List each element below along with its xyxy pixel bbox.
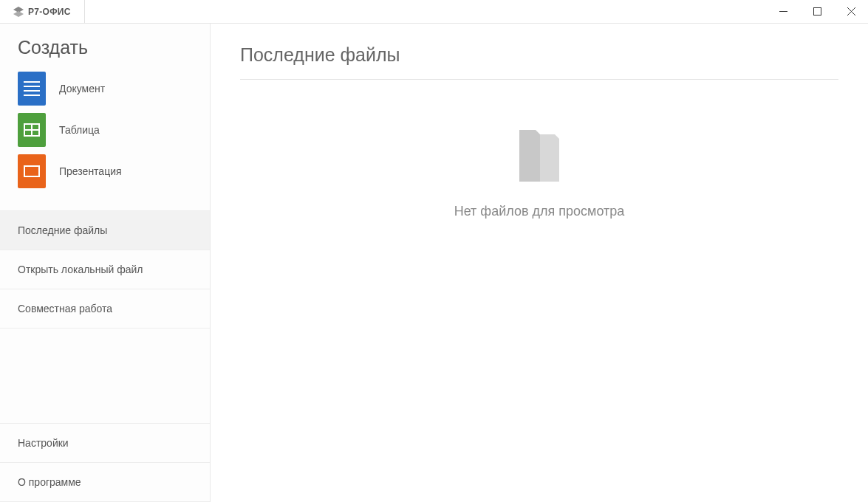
spreadsheet-icon: [18, 113, 46, 147]
nav-about[interactable]: О программе: [0, 463, 210, 502]
main-content: Последние файлы Нет файлов для просмотра: [211, 24, 868, 502]
nav-recent-files[interactable]: Последние файлы: [0, 211, 210, 250]
empty-message: Нет файлов для просмотра: [454, 204, 625, 219]
svg-rect-1: [813, 8, 821, 16]
nav-settings[interactable]: Настройки: [0, 424, 210, 463]
nav-open-local-file[interactable]: Открыть локальный файл: [0, 250, 210, 289]
nav-item-label: Открыть локальный файл: [18, 264, 143, 275]
app-name-label: Р7-ОФИС: [28, 7, 71, 17]
maximize-button[interactable]: [800, 0, 834, 23]
document-icon: [18, 72, 46, 106]
app-layout: Создать Документ Таблица Презентация: [0, 24, 868, 502]
presentation-icon: [18, 154, 46, 188]
nav-item-label: Последние файлы: [18, 224, 107, 236]
close-button[interactable]: [834, 0, 868, 23]
create-presentation-button[interactable]: Презентация: [18, 154, 192, 188]
titlebar-left: Р7-ОФИС: [0, 0, 85, 23]
svg-marker-4: [519, 130, 540, 182]
create-item-label: Таблица: [59, 124, 100, 136]
titlebar: Р7-ОФИС: [0, 0, 868, 24]
window-controls: [766, 0, 868, 23]
nav-item-label: Совместная работа: [18, 303, 112, 314]
create-document-button[interactable]: Документ: [18, 72, 192, 106]
create-item-label: Документ: [59, 83, 105, 94]
nav-bottom: Настройки О программе: [0, 423, 210, 502]
app-home-tab[interactable]: Р7-ОФИС: [0, 0, 85, 23]
nav-list: Последние файлы Открыть локальный файл С…: [0, 210, 210, 329]
svg-marker-5: [540, 134, 559, 182]
create-section: Создать Документ Таблица Презентация: [0, 24, 210, 196]
page-title: Последние файлы: [240, 44, 838, 80]
folder-empty-icon: [513, 124, 565, 186]
empty-state: Нет файлов для просмотра: [240, 124, 838, 219]
create-spreadsheet-button[interactable]: Таблица: [18, 113, 192, 147]
sidebar: Создать Документ Таблица Презентация: [0, 24, 211, 502]
nav-item-label: О программе: [18, 476, 81, 488]
app-logo-icon: [13, 7, 24, 17]
nav-item-label: Настройки: [18, 437, 69, 449]
create-item-label: Презентация: [59, 165, 122, 177]
create-heading: Создать: [18, 37, 192, 58]
minimize-button[interactable]: [766, 0, 800, 23]
nav-collaboration[interactable]: Совместная работа: [0, 289, 210, 329]
